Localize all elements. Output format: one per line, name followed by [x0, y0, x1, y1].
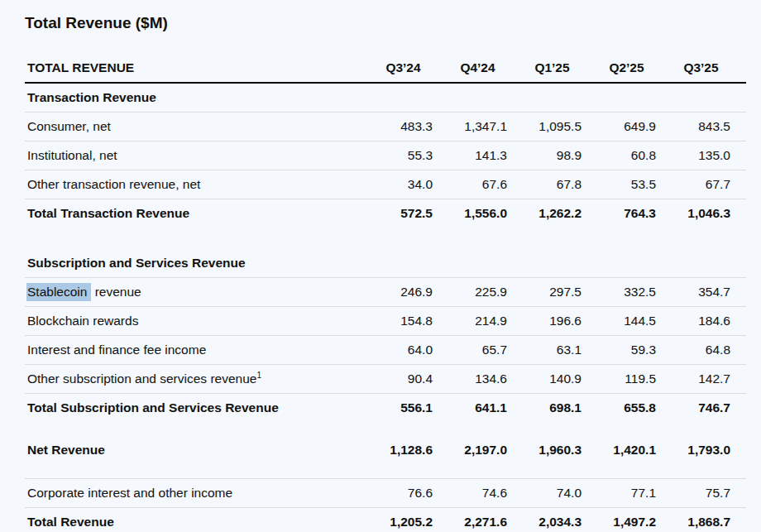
row-institutional-net: Institutional, net 55.3 141.3 98.9 60.8 …: [25, 141, 746, 170]
cell-value: 67.6: [448, 170, 523, 199]
section-gap: [25, 464, 746, 479]
cell-value: 64.0: [374, 336, 448, 365]
cell-value: 746.7: [672, 394, 746, 423]
cell-value: 556.1: [374, 394, 448, 423]
cell-value: 140.9: [523, 365, 597, 394]
row-other-transaction-revenue: Other transaction revenue, net 34.0 67.6…: [25, 170, 746, 199]
row-label: Consumer, net: [25, 113, 374, 141]
cell-value: 297.5: [523, 278, 597, 307]
cell-value: 119.5: [597, 365, 672, 394]
row-label: Interest and finance fee income: [25, 336, 374, 365]
section-label: Transaction Revenue: [25, 83, 374, 113]
cell-value: 246.9: [374, 278, 448, 307]
cell-value: 641.1: [448, 394, 523, 423]
cell-value: 184.6: [672, 307, 746, 336]
cell-value: 53.5: [597, 170, 672, 199]
cell-value: 1,420.1: [597, 436, 672, 464]
section-label: Subscription and Services Revenue: [25, 249, 374, 278]
cell-value: 141.3: [448, 141, 523, 170]
column-header-q3-25: Q3’25: [672, 54, 746, 83]
cell-value: 60.8: [597, 141, 672, 170]
total-revenue-table: TOTAL REVENUE Q3’24 Q4’24 Q1’25 Q2’25 Q3…: [25, 54, 746, 532]
row-total-transaction-revenue: Total Transaction Revenue 572.5 1,556.0 …: [25, 199, 746, 228]
cell-value: 76.6: [374, 479, 448, 508]
cell-value: 34.0: [374, 170, 448, 199]
cell-value: 572.5: [374, 199, 448, 228]
cell-value: 90.4: [374, 365, 448, 394]
cell-value: 55.3: [374, 141, 448, 170]
section-gap: [25, 422, 746, 436]
table-header-row: TOTAL REVENUE Q3’24 Q4’24 Q1’25 Q2’25 Q3…: [25, 54, 746, 83]
cell-value: 144.5: [597, 307, 672, 336]
cell-value: 214.9: [448, 307, 523, 336]
column-header-q1-25: Q1’25: [523, 54, 597, 83]
row-label: Blockchain rewards: [25, 307, 374, 336]
cell-value: 1,556.0: [448, 199, 523, 228]
cell-value: 64.8: [672, 336, 746, 365]
cell-value: 1,128.6: [374, 436, 448, 464]
section-header-subscription-services: Subscription and Services Revenue: [25, 249, 746, 278]
row-total-subscription-services-revenue: Total Subscription and Services Revenue …: [25, 394, 746, 423]
cell-value: 764.3: [597, 199, 672, 228]
row-label: Total Revenue: [25, 508, 374, 532]
cell-value: 2,034.3: [523, 508, 597, 532]
row-stablecoin-revenue: Stablecoin revenue 246.9 225.9 297.5 332…: [25, 278, 746, 307]
cell-value: 225.9: [448, 278, 523, 307]
cell-value: 142.7: [672, 365, 746, 394]
document-page: Total Revenue ($M) TOTAL REVENUE Q3’24 Q…: [0, 0, 761, 532]
cell-value: 332.5: [597, 278, 672, 307]
cell-value: 354.7: [672, 278, 746, 307]
row-other-subscription-services-revenue: Other subscription and services revenue1…: [25, 365, 746, 394]
cell-value: 1,095.5: [523, 113, 597, 141]
cell-value: 2,197.0: [448, 436, 523, 464]
cell-value: 154.8: [374, 307, 448, 336]
row-label: Net Revenue: [25, 436, 374, 464]
cell-value: 1,497.2: [597, 508, 672, 532]
cell-value: 2,271.6: [448, 508, 523, 532]
cell-value: 65.7: [448, 336, 523, 365]
page-title: Total Revenue ($M): [25, 13, 746, 32]
text-selection-highlight[interactable]: Stablecoin: [26, 283, 91, 301]
cell-value: 655.8: [597, 394, 672, 423]
cell-value: 59.3: [597, 336, 672, 365]
cell-value: 67.7: [672, 170, 746, 199]
column-header-q4-24: Q4’24: [448, 54, 523, 83]
row-label-rest: revenue: [91, 285, 141, 299]
cell-value: 74.0: [523, 479, 597, 508]
cell-value: 843.5: [672, 113, 746, 141]
cell-value: 1,205.2: [374, 508, 448, 532]
row-label: Stablecoin revenue: [25, 278, 374, 307]
cell-value: 1,262.2: [523, 199, 597, 228]
row-label: Total Subscription and Services Revenue: [25, 394, 374, 423]
column-header-q3-24: Q3’24: [374, 54, 448, 83]
row-interest-finance-fee-income: Interest and finance fee income 64.0 65.…: [25, 336, 746, 365]
row-label: Other transaction revenue, net: [25, 170, 374, 199]
column-header-total-revenue: TOTAL REVENUE: [25, 54, 374, 83]
row-net-revenue: Net Revenue 1,128.6 2,197.0 1,960.3 1,42…: [25, 436, 746, 464]
column-header-q2-25: Q2’25: [597, 54, 672, 83]
row-consumer-net: Consumer, net 483.3 1,347.1 1,095.5 649.…: [25, 113, 746, 141]
cell-value: 74.6: [448, 479, 523, 508]
cell-value: 135.0: [672, 141, 746, 170]
row-blockchain-rewards: Blockchain rewards 154.8 214.9 196.6 144…: [25, 307, 746, 336]
row-corporate-interest-other-income: Corporate interest and other income 76.6…: [25, 479, 746, 508]
cell-value: 1,960.3: [523, 436, 597, 464]
cell-value: 483.3: [374, 113, 448, 141]
section-gap: [25, 228, 746, 249]
cell-value: 1,868.7: [672, 508, 746, 532]
cell-value: 98.9: [523, 141, 597, 170]
footnote-marker: 1: [256, 371, 261, 380]
row-label: Institutional, net: [25, 141, 374, 170]
row-label: Total Transaction Revenue: [25, 199, 374, 228]
cell-value: 134.6: [448, 365, 523, 394]
row-label: Other subscription and services revenue1: [25, 365, 374, 394]
cell-value: 75.7: [672, 479, 746, 508]
cell-value: 1,793.0: [672, 436, 746, 464]
cell-value: 1,046.3: [672, 199, 746, 228]
cell-value: 1,347.1: [448, 113, 523, 141]
cell-value: 77.1: [597, 479, 672, 508]
cell-value: 67.8: [523, 170, 597, 199]
row-total-revenue: Total Revenue 1,205.2 2,271.6 2,034.3 1,…: [25, 508, 746, 532]
row-label: Corporate interest and other income: [25, 479, 374, 508]
cell-value: 649.9: [597, 113, 672, 141]
